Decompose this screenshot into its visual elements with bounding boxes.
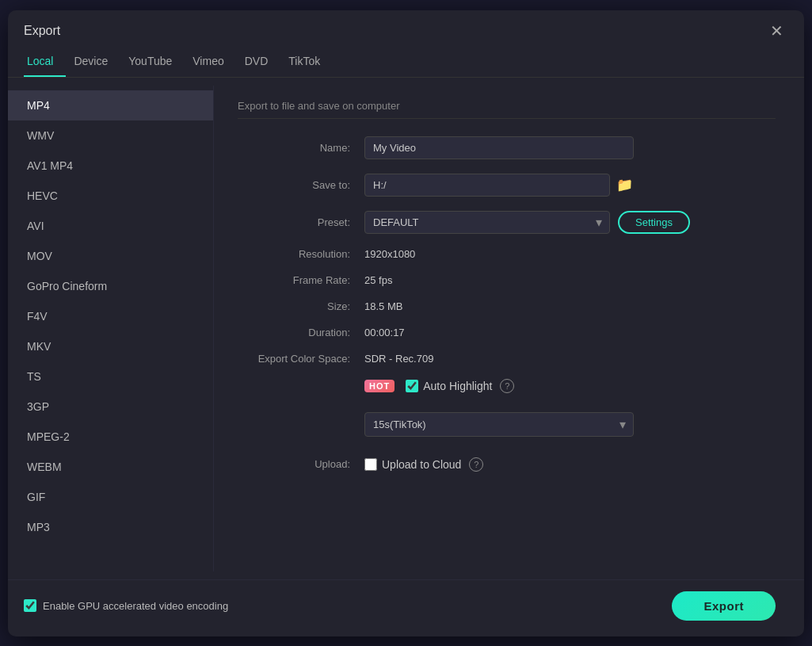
footer: Enable GPU accelerated video encoding Ex… bbox=[8, 579, 804, 636]
path-row: 📁 bbox=[364, 174, 633, 197]
upload-row: Upload: Upload to Cloud ? bbox=[238, 457, 776, 472]
name-row: Name: bbox=[238, 136, 776, 159]
tab-tiktok[interactable]: TikTok bbox=[285, 48, 333, 77]
duration-label: Duration: bbox=[238, 327, 364, 338]
resolution-row: Resolution: 1920x1080 bbox=[238, 248, 776, 260]
format-gopro[interactable]: GoPro Cineform bbox=[8, 271, 213, 301]
size-label: Size: bbox=[238, 300, 364, 312]
dialog-title: Export bbox=[24, 24, 60, 38]
resolution-label: Resolution: bbox=[238, 248, 364, 260]
highlight-duration-row: 15s(TikTok) 30s 60s Custom bbox=[238, 412, 776, 437]
close-button[interactable]: ✕ bbox=[765, 21, 788, 40]
export-dialog: Export ✕ Local Device YouTube Vimeo DVD … bbox=[8, 10, 804, 636]
name-label: Name: bbox=[238, 142, 364, 154]
format-hevc[interactable]: HEVC bbox=[8, 181, 213, 211]
format-av1mp4[interactable]: AV1 MP4 bbox=[8, 151, 213, 181]
export-button[interactable]: Export bbox=[672, 591, 776, 621]
format-mpeg2[interactable]: MPEG-2 bbox=[8, 422, 213, 452]
auto-highlight-checkbox[interactable] bbox=[406, 380, 418, 392]
format-mp3[interactable]: MP3 bbox=[8, 512, 213, 542]
format-webm[interactable]: WEBM bbox=[8, 452, 213, 482]
auto-highlight-controls: HOT Auto Highlight ? bbox=[364, 379, 514, 393]
tab-youtube[interactable]: YouTube bbox=[125, 48, 185, 77]
preset-row: Preset: DEFAULT Custom High Quality Low … bbox=[238, 211, 776, 234]
tab-vimeo[interactable]: Vimeo bbox=[189, 48, 236, 77]
save-path-input[interactable] bbox=[364, 174, 610, 197]
tab-device[interactable]: Device bbox=[71, 48, 120, 77]
preset-select[interactable]: DEFAULT Custom High Quality Low Quality bbox=[364, 211, 610, 234]
format-f4v[interactable]: F4V bbox=[8, 301, 213, 331]
preset-select-wrap: DEFAULT Custom High Quality Low Quality bbox=[364, 211, 610, 234]
format-mkv[interactable]: MKV bbox=[8, 331, 213, 361]
auto-highlight-label[interactable]: Auto Highlight bbox=[423, 380, 492, 392]
highlight-duration-select[interactable]: 15s(TikTok) 30s 60s Custom bbox=[364, 412, 634, 437]
framerate-label: Frame Rate: bbox=[238, 274, 364, 286]
format-mov[interactable]: MOV bbox=[8, 241, 213, 271]
name-input[interactable] bbox=[364, 136, 634, 159]
color-space-row: Export Color Space: SDR - Rec.709 bbox=[238, 353, 776, 365]
section-title: Export to file and save on computer bbox=[238, 100, 776, 119]
format-wmv[interactable]: WMV bbox=[8, 120, 213, 151]
gpu-checkbox[interactable] bbox=[24, 599, 36, 612]
format-mp4[interactable]: MP4 bbox=[8, 90, 213, 120]
hot-badge: HOT bbox=[364, 380, 395, 392]
save-to-label: Save to: bbox=[238, 179, 364, 191]
gpu-label[interactable]: Enable GPU accelerated video encoding bbox=[43, 600, 228, 612]
size-row: Size: 18.5 MB bbox=[238, 300, 776, 312]
upload-cloud-help-icon[interactable]: ? bbox=[469, 457, 483, 472]
color-space-label: Export Color Space: bbox=[238, 353, 364, 365]
upload-label: Upload: bbox=[238, 458, 364, 470]
upload-cloud-checkbox[interactable] bbox=[364, 458, 377, 471]
framerate-value: 25 fps bbox=[364, 274, 392, 286]
auto-highlight-help-icon[interactable]: ? bbox=[500, 379, 514, 393]
upload-cloud-controls: Upload to Cloud ? bbox=[364, 457, 483, 472]
resolution-value: 1920x1080 bbox=[364, 248, 415, 260]
format-avi[interactable]: AVI bbox=[8, 211, 213, 241]
format-list: MP4 WMV AV1 MP4 HEVC AVI MOV GoPro Cinef… bbox=[8, 86, 214, 571]
color-space-value: SDR - Rec.709 bbox=[364, 353, 433, 365]
main-panel: Export to file and save on computer Name… bbox=[214, 86, 804, 571]
tab-dvd[interactable]: DVD bbox=[242, 48, 281, 77]
format-ts[interactable]: TS bbox=[8, 361, 213, 392]
duration-value: 00:00:17 bbox=[364, 327, 405, 338]
duration-row: Duration: 00:00:17 bbox=[238, 327, 776, 338]
auto-highlight-row: HOT Auto Highlight ? bbox=[238, 379, 776, 393]
highlight-select-wrap: 15s(TikTok) 30s 60s Custom bbox=[364, 412, 634, 437]
dialog-header: Export ✕ bbox=[8, 10, 804, 40]
preset-controls: DEFAULT Custom High Quality Low Quality … bbox=[364, 211, 690, 234]
gpu-row: Enable GPU accelerated video encoding bbox=[24, 599, 228, 612]
format-gif[interactable]: GIF bbox=[8, 482, 213, 512]
tab-local[interactable]: Local bbox=[24, 48, 66, 77]
upload-cloud-label[interactable]: Upload to Cloud bbox=[382, 458, 461, 471]
preset-label: Preset: bbox=[238, 216, 364, 228]
content-area: MP4 WMV AV1 MP4 HEVC AVI MOV GoPro Cinef… bbox=[8, 78, 804, 579]
settings-button[interactable]: Settings bbox=[618, 211, 690, 234]
framerate-row: Frame Rate: 25 fps bbox=[238, 274, 776, 286]
save-to-row: Save to: 📁 bbox=[238, 174, 776, 197]
tab-bar: Local Device YouTube Vimeo DVD TikTok bbox=[8, 44, 804, 78]
size-value: 18.5 MB bbox=[364, 300, 402, 312]
format-3gp[interactable]: 3GP bbox=[8, 392, 213, 422]
browse-folder-button[interactable]: 📁 bbox=[616, 177, 633, 193]
